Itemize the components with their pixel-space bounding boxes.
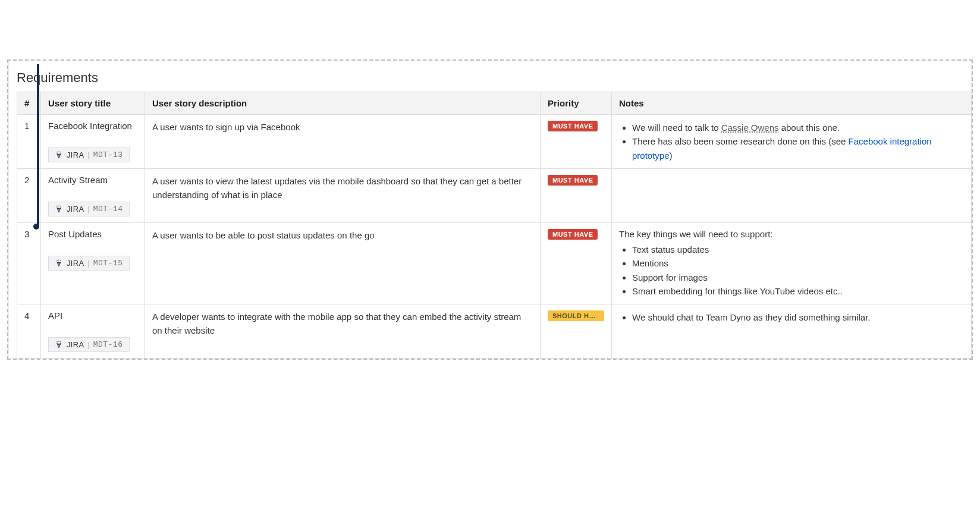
user-story-description: A user wants to view the latest updates … xyxy=(145,169,541,223)
jira-issue-chip[interactable]: JIRA|MDT-14 xyxy=(48,202,130,216)
svg-point-0 xyxy=(56,152,57,152)
jira-label: JIRA xyxy=(67,205,84,213)
notes-list-item: There has also been some research done o… xyxy=(632,134,964,162)
jira-icon xyxy=(55,259,63,268)
svg-point-5 xyxy=(60,206,61,206)
jira-key: MDT-16 xyxy=(93,340,123,349)
jira-key: MDT-15 xyxy=(93,259,123,268)
row-number: 4 xyxy=(17,304,41,359)
confluence-editor-frame: Requirements # User story title User sto… xyxy=(7,59,973,360)
notes-cell: We will need to talk to Cassie Owens abo… xyxy=(612,115,972,169)
table-row: 3Post UpdatesJIRA|MDT-15A user wants to … xyxy=(17,223,972,304)
jira-key: MDT-14 xyxy=(93,205,123,213)
jira-issue-chip[interactable]: JIRA|MDT-13 xyxy=(48,147,130,162)
priority-cell: MUST HAVE xyxy=(541,115,612,169)
svg-point-9 xyxy=(56,341,57,342)
status-badge[interactable]: SHOULD HA… xyxy=(548,310,604,321)
row-title-cell: Facebook IntegrationJIRA|MDT-13 xyxy=(41,115,145,169)
jira-icon xyxy=(55,341,63,349)
note-text: We will need to talk to xyxy=(632,123,721,133)
notes-list-item: Mentions xyxy=(632,256,964,270)
notes-cell xyxy=(612,169,972,223)
user-story-description: A user wants to be able to post status u… xyxy=(145,223,541,304)
table-row: 2Activity StreamJIRA|MDT-14A user wants … xyxy=(17,169,972,223)
svg-point-10 xyxy=(58,341,59,341)
requirements-table: # User story title User story descriptio… xyxy=(17,92,972,359)
col-notes: Notes xyxy=(612,92,972,115)
svg-point-6 xyxy=(56,260,57,260)
user-story-description: A developer wants to integrate with the … xyxy=(145,304,541,359)
notes-list: We should chat to Team Dyno as they did … xyxy=(619,310,964,324)
table-header-row: # User story title User story descriptio… xyxy=(17,92,972,115)
note-text: We should chat to Team Dyno as they did … xyxy=(632,312,870,322)
notes-intro: The key things we will need to support: xyxy=(619,229,964,239)
col-priority: Priority xyxy=(541,92,612,115)
jira-separator: | xyxy=(87,259,89,268)
notes-list-item: We will need to talk to Cassie Owens abo… xyxy=(632,121,964,134)
notes-list: We will need to talk to Cassie Owens abo… xyxy=(619,121,964,162)
status-badge[interactable]: MUST HAVE xyxy=(548,229,598,240)
col-title: User story title xyxy=(41,92,145,115)
svg-point-2 xyxy=(60,152,61,152)
table-row: 1Facebook IntegrationJIRA|MDT-13A user w… xyxy=(17,115,972,169)
svg-point-4 xyxy=(58,205,59,206)
svg-point-3 xyxy=(56,206,57,206)
jira-key: MDT-13 xyxy=(93,150,123,159)
col-desc: User story description xyxy=(145,92,541,115)
notes-list-item: Text status updates xyxy=(632,243,964,256)
svg-point-1 xyxy=(58,151,59,152)
user-story-title: Facebook Integration xyxy=(48,121,137,131)
row-number: 3 xyxy=(17,223,41,304)
row-title-cell: Post UpdatesJIRA|MDT-15 xyxy=(41,223,145,304)
notes-list-item: Smart embedding for things like YouTube … xyxy=(632,284,964,298)
user-story-title: Post Updates xyxy=(48,229,137,239)
priority-cell: MUST HAVE xyxy=(541,169,612,223)
jira-issue-chip[interactable]: JIRA|MDT-16 xyxy=(48,337,130,352)
jira-separator: | xyxy=(87,340,89,349)
status-badge[interactable]: MUST HAVE xyxy=(548,175,598,186)
section-title: Requirements xyxy=(17,70,972,86)
jira-label: JIRA xyxy=(67,259,84,268)
user-story-title: Activity Stream xyxy=(48,175,137,185)
notes-list-item: Support for images xyxy=(632,271,964,284)
svg-point-7 xyxy=(58,259,59,260)
notes-list-item: We should chat to Team Dyno as they did … xyxy=(632,310,964,324)
callout-connector-top xyxy=(37,64,39,225)
notes-cell: The key things we will need to support:T… xyxy=(612,223,972,304)
status-badge[interactable]: MUST HAVE xyxy=(548,121,598,131)
jira-icon xyxy=(55,205,63,213)
notes-cell: We should chat to Team Dyno as they did … xyxy=(612,304,972,359)
note-text: ) xyxy=(670,150,673,161)
svg-point-11 xyxy=(60,341,61,342)
jira-label: JIRA xyxy=(67,150,84,159)
jira-issue-chip[interactable]: JIRA|MDT-15 xyxy=(48,256,130,271)
priority-cell: MUST HAVE xyxy=(541,223,612,304)
svg-point-8 xyxy=(60,260,61,260)
row-title-cell: APIJIRA|MDT-16 xyxy=(41,304,145,359)
note-text: There has also been some research done o… xyxy=(632,136,849,146)
table-row: 4APIJIRA|MDT-16A developer wants to inte… xyxy=(17,304,972,359)
jira-separator: | xyxy=(87,205,89,213)
jira-label: JIRA xyxy=(67,340,84,349)
jira-icon xyxy=(55,151,63,159)
jira-separator: | xyxy=(87,150,89,159)
user-mention[interactable]: Cassie Owens xyxy=(721,123,779,133)
notes-list: Text status updatesMentionsSupport for i… xyxy=(619,243,964,298)
callout-dot-top xyxy=(33,224,39,230)
user-story-description: A user wants to sign up via Facebook xyxy=(145,115,541,169)
note-text: about this one. xyxy=(779,123,840,133)
priority-cell: SHOULD HA… xyxy=(541,304,612,359)
row-title-cell: Activity StreamJIRA|MDT-14 xyxy=(41,169,145,223)
user-story-title: API xyxy=(48,310,137,321)
